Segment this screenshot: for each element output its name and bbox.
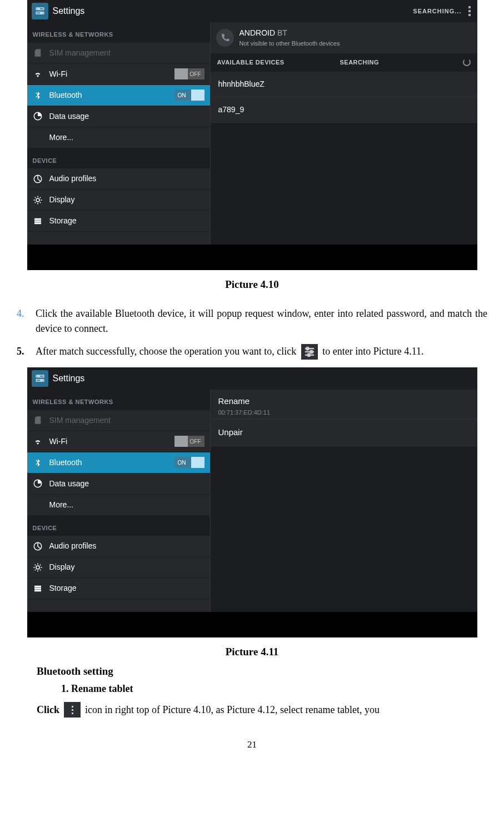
nav-label: SIM management xyxy=(49,415,204,426)
searching-label: SEARCHING... xyxy=(413,7,461,16)
sim-icon xyxy=(33,48,43,58)
svg-point-14 xyxy=(310,351,313,353)
wifi-item[interactable]: Wi-Fi OFF xyxy=(27,64,210,85)
storage-icon xyxy=(33,584,43,594)
nav-label: Bluetooth xyxy=(49,89,174,101)
bt-device-name: hhnhbhBlueZ xyxy=(218,79,265,88)
audio-icon xyxy=(33,174,43,184)
available-devices-header: AVAILABLE DEVICES SEARCHING xyxy=(211,53,477,72)
sim-management-item[interactable]: SIM management xyxy=(27,410,210,431)
svg-point-22 xyxy=(36,566,39,569)
settings-detail: ANDROID BT Not visible to other Bluetoot… xyxy=(211,22,477,245)
nav-label: Storage xyxy=(49,215,204,227)
bt-device-row[interactable]: hhnhbhBlueZ xyxy=(211,72,477,97)
data-icon xyxy=(33,479,43,489)
svg-point-6 xyxy=(36,198,39,202)
category-header: DEVICE xyxy=(27,516,210,536)
figure-caption: Picture 4.10 xyxy=(17,277,487,293)
svg-point-13 xyxy=(306,347,309,350)
svg-point-19 xyxy=(40,380,42,381)
svg-rect-8 xyxy=(34,220,41,222)
wifi-toggle[interactable]: OFF xyxy=(174,436,204,447)
data-icon xyxy=(33,111,43,121)
bluetooth-toggle[interactable]: ON xyxy=(174,457,204,468)
nav-label: Storage xyxy=(49,582,204,594)
settings-nav: WIRELESS & NETWORKS SIM management Wi-Fi… xyxy=(27,22,211,245)
more-item[interactable]: More... xyxy=(27,127,210,148)
mac-address: 00:71:37:ED:4D:11 xyxy=(218,408,470,417)
audio-profiles-item[interactable]: Audio profiles xyxy=(27,536,210,557)
sim-management-item[interactable]: SIM management xyxy=(27,43,210,64)
unpair-option[interactable]: Unpair xyxy=(211,419,477,446)
sub-item: 1. Rename tablet xyxy=(61,681,487,696)
overflow-menu-icon xyxy=(64,702,81,718)
nav-label: Wi-Fi xyxy=(49,436,174,447)
step-text: After match successfully, choose the ope… xyxy=(36,344,487,360)
svg-rect-25 xyxy=(34,590,41,591)
display-icon xyxy=(33,562,43,572)
svg-point-18 xyxy=(37,376,39,377)
bluetooth-toggle[interactable]: ON xyxy=(174,89,204,101)
step-text: Click the available Bluetooth device, it… xyxy=(36,306,487,336)
section-heading: Bluetooth setting xyxy=(37,664,487,680)
bt-device-row[interactable]: a789_9 xyxy=(211,97,477,123)
storage-icon xyxy=(33,216,43,226)
overflow-menu-icon[interactable] xyxy=(468,6,471,16)
my-device-header[interactable]: ANDROID BT Not visible to other Bluetoot… xyxy=(211,22,477,53)
step-4: 4. Click the available Bluetooth device,… xyxy=(17,306,487,336)
category-header: WIRELESS & NETWORKS xyxy=(27,22,210,43)
nav-label: Data usage xyxy=(49,111,204,122)
category-header: WIRELESS & NETWORKS xyxy=(27,390,210,410)
nav-label: Audio profiles xyxy=(49,540,204,552)
action-bar-title: Settings xyxy=(53,4,413,18)
action-bar: Settings xyxy=(27,367,477,390)
data-usage-item[interactable]: Data usage xyxy=(27,474,210,495)
screenshot-4-10: Settings SEARCHING... WIRELESS & NETWORK… xyxy=(27,0,477,270)
available-label: AVAILABLE DEVICES xyxy=(217,58,340,67)
screenshot-4-11: Settings WIRELESS & NETWORKS SIM managem… xyxy=(27,367,477,637)
more-item[interactable]: More... xyxy=(27,495,210,516)
settings-detail: Rename 00:71:37:ED:4D:11 Unpair xyxy=(211,390,477,612)
settings-nav: WIRELESS & NETWORKS SIM management Wi-Fi… xyxy=(27,390,211,612)
nav-label: Bluetooth xyxy=(49,457,174,469)
storage-item[interactable]: Storage xyxy=(27,578,210,599)
blank-icon xyxy=(33,132,43,142)
storage-item[interactable]: Storage xyxy=(27,211,210,232)
bluetooth-item[interactable]: Bluetooth ON xyxy=(27,452,210,474)
action-bar: Settings SEARCHING... xyxy=(27,0,477,22)
rename-option[interactable]: Rename 00:71:37:ED:4D:11 xyxy=(211,390,477,419)
bluetooth-item[interactable]: Bluetooth ON xyxy=(27,85,210,106)
nav-bar xyxy=(27,245,477,270)
display-icon xyxy=(33,195,43,205)
svg-rect-7 xyxy=(34,218,41,220)
svg-rect-9 xyxy=(34,222,41,224)
svg-rect-24 xyxy=(34,587,41,589)
display-item[interactable]: Display xyxy=(27,557,210,578)
step-number: 5. xyxy=(17,344,36,360)
body-text: Click icon in right top of Picture 4.10,… xyxy=(37,702,487,718)
blank-icon xyxy=(33,500,43,510)
nav-bar xyxy=(27,612,477,637)
audio-profiles-item[interactable]: Audio profiles xyxy=(27,168,210,190)
wifi-toggle[interactable]: OFF xyxy=(174,68,204,79)
wifi-icon xyxy=(33,69,43,79)
nav-label: More... xyxy=(49,499,204,511)
visibility-text: Not visible to other Bluetooth devices xyxy=(239,39,340,48)
bluetooth-icon xyxy=(33,90,43,100)
svg-point-15 xyxy=(307,354,310,357)
wifi-item[interactable]: Wi-Fi OFF xyxy=(27,431,210,452)
device-name: ANDROID BT xyxy=(239,27,340,39)
data-usage-item[interactable]: Data usage xyxy=(27,106,210,127)
settings-icon[interactable] xyxy=(32,370,48,387)
page-number: 21 xyxy=(17,738,487,752)
nav-label: Display xyxy=(49,194,204,206)
unpair-label: Unpair xyxy=(218,427,243,437)
figure-caption: Picture 4.11 xyxy=(17,644,487,660)
nav-label: Data usage xyxy=(49,478,204,490)
step-number: 4. xyxy=(17,306,36,336)
searching-label: SEARCHING xyxy=(340,58,463,67)
nav-label: SIM management xyxy=(49,47,204,59)
step-5: 5. After match successfully, choose the … xyxy=(17,344,487,360)
settings-icon[interactable] xyxy=(32,3,48,19)
display-item[interactable]: Display xyxy=(27,190,210,211)
